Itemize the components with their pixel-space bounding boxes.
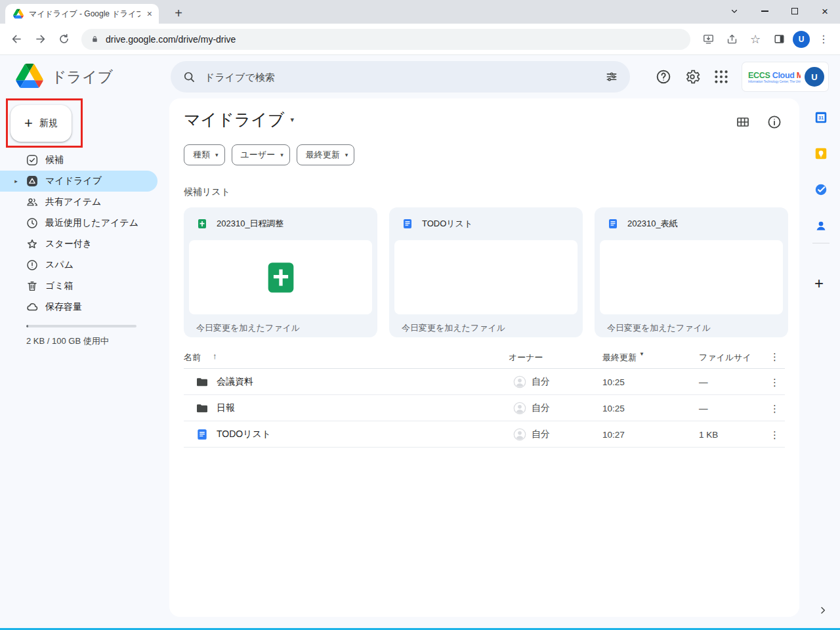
account-badge[interactable]: ECCS Cloud Mail Information Technology C… — [742, 62, 828, 91]
search-options-icon[interactable] — [605, 70, 618, 83]
search-icon[interactable] — [182, 70, 196, 83]
more-options-icon[interactable]: ⋮ — [770, 352, 780, 362]
browser-tab[interactable]: マイドライブ - Google ドライブ × — [5, 4, 159, 24]
sidebar-item-label: 保存容量 — [45, 301, 82, 313]
browser-titlebar: マイドライブ - Google ドライブ × + × — [0, 0, 840, 24]
calendar-icon[interactable]: 31 — [814, 110, 828, 125]
grid-view-icon[interactable] — [735, 114, 751, 130]
folder-icon — [196, 402, 209, 415]
owner-name: 自分 — [532, 402, 550, 414]
sheets-icon — [196, 218, 208, 230]
side-panel-icon[interactable] — [769, 30, 789, 49]
my-drive-icon — [26, 175, 39, 188]
address-bar[interactable] — [81, 29, 690, 50]
url-input[interactable] — [106, 34, 681, 45]
window-minimize-button[interactable] — [749, 0, 780, 22]
drive-profile-avatar[interactable]: U — [805, 67, 824, 87]
sidebar-item-suggested[interactable]: ▸ 候補 — [0, 150, 158, 171]
sidebar-item-label: マイドライブ — [45, 175, 102, 187]
sidebar-item-label: 共有アイテム — [45, 196, 101, 208]
sidebar-item-label: 候補 — [45, 154, 64, 166]
filter-chip-modified[interactable]: 最終更新 ▾ — [297, 144, 355, 165]
tab-search-button[interactable] — [719, 0, 749, 22]
file-table-header: 名前 ↑ オーナー 最終更新 ▼ ファイルサイ ⋮ — [184, 346, 785, 369]
tab-close-icon[interactable]: × — [146, 9, 154, 18]
settings-gear-icon[interactable] — [684, 68, 701, 85]
folder-icon — [196, 375, 209, 388]
reload-button[interactable] — [54, 30, 74, 49]
info-icon[interactable] — [766, 114, 782, 130]
owner-name: 自分 — [532, 376, 550, 388]
expand-caret-icon[interactable]: ▸ — [13, 178, 19, 184]
owner-name: 自分 — [532, 429, 550, 440]
file-table: 名前 ↑ オーナー 最終更新 ▼ ファイルサイ ⋮ 会議資料 自分 10:25 … — [184, 346, 785, 448]
svg-text:31: 31 — [818, 115, 824, 121]
sort-descending-icon[interactable]: ▼ — [639, 352, 644, 357]
file-reason: 今日変更を加えたファイル — [595, 314, 788, 334]
window-maximize-button[interactable] — [780, 0, 810, 22]
column-name[interactable]: 名前 — [184, 352, 201, 364]
browser-profile-avatar[interactable]: U — [793, 31, 810, 48]
drive-favicon-icon — [13, 9, 24, 19]
sidebar-item-spam[interactable]: ▸ スパム — [0, 255, 158, 276]
file-row[interactable]: 会議資料 自分 10:25 — ⋮ — [184, 369, 785, 395]
filter-chip-people[interactable]: ユーザー ▾ — [232, 144, 290, 165]
sidebar-item-trash[interactable]: ▸ ゴミ箱 — [0, 276, 158, 297]
docs-icon — [196, 428, 209, 441]
owner-avatar-icon — [513, 375, 526, 388]
file-name: 202310_日程調整 — [217, 218, 284, 230]
keep-icon[interactable] — [814, 146, 828, 161]
bookmark-star-icon[interactable]: ☆ — [746, 30, 765, 49]
window-close-button[interactable]: × — [810, 0, 840, 22]
show-side-panel-icon[interactable] — [818, 605, 828, 616]
storage-progress-fill — [26, 325, 28, 327]
sidebar-item-recent[interactable]: ▸ 最近使用したアイテム — [0, 213, 158, 234]
search-input[interactable] — [205, 72, 596, 83]
new-button-label: 新規 — [39, 117, 58, 129]
get-addons-plus-icon[interactable]: + — [814, 276, 824, 291]
sidebar-item-my-drive[interactable]: ▸ マイドライブ — [0, 171, 158, 192]
file-row[interactable]: 日報 自分 10:25 — ⋮ — [184, 395, 785, 421]
column-modified[interactable]: 最終更新 — [602, 352, 637, 364]
sidebar-item-shared[interactable]: ▸ 共有アイテム — [0, 192, 158, 213]
more-options-icon[interactable]: ⋮ — [770, 429, 780, 439]
sort-ascending-icon[interactable]: ↑ — [213, 352, 217, 360]
more-options-icon[interactable]: ⋮ — [770, 377, 780, 387]
more-options-icon[interactable]: ⋮ — [770, 403, 780, 413]
sheets-icon — [262, 259, 300, 297]
modified-time: 10:25 — [602, 377, 625, 387]
tab-title: マイドライブ - Google ドライブ — [29, 9, 140, 20]
install-app-icon[interactable] — [698, 30, 718, 49]
file-thumbnail — [600, 240, 783, 314]
google-apps-grid-icon[interactable] — [713, 68, 730, 85]
share-icon[interactable] — [722, 30, 742, 49]
suggestion-card[interactable]: 202310_表紙 今日変更を加えたファイル — [595, 207, 788, 337]
star-icon — [26, 238, 39, 251]
filter-chip-type[interactable]: 種類 ▾ — [184, 144, 225, 165]
suggestion-card[interactable]: TODOリスト 今日変更を加えたファイル — [389, 207, 583, 337]
thumbnail-icon — [673, 259, 711, 297]
suggestion-card[interactable]: 202310_日程調整 今日変更を加えたファイル — [184, 207, 377, 337]
google-drive-logo — [16, 64, 43, 88]
browser-menu-icon[interactable]: ⋮ — [814, 30, 833, 49]
new-tab-button[interactable]: + — [171, 6, 186, 22]
back-button[interactable] — [7, 30, 26, 49]
suggestions-icon — [26, 154, 39, 167]
column-owner[interactable]: オーナー — [509, 352, 543, 364]
sidebar-item-storage[interactable]: ▸ 保存容量 — [0, 297, 158, 318]
drive-search-bar[interactable] — [171, 61, 630, 93]
help-icon[interactable] — [655, 68, 672, 85]
app-name: ドライブ — [51, 67, 113, 87]
file-row[interactable]: TODOリスト 自分 10:27 1 KB ⋮ — [184, 421, 785, 448]
sidebar-item-starred[interactable]: ▸ スター付き — [0, 234, 158, 255]
tasks-icon[interactable] — [814, 182, 828, 197]
eccs-cloud-mail-logo: ECCS Cloud Mail Information Technology C… — [748, 71, 801, 83]
page-title[interactable]: マイドライブ ▾ — [184, 109, 294, 131]
column-size[interactable]: ファイルサイ — [699, 352, 751, 364]
owner-avatar-icon — [513, 402, 526, 415]
new-button[interactable]: + 新規 — [10, 105, 72, 142]
chevron-down-icon — [730, 7, 738, 15]
contacts-icon[interactable] — [814, 219, 828, 233]
forward-button[interactable] — [30, 30, 50, 49]
lock-icon[interactable] — [91, 34, 99, 44]
